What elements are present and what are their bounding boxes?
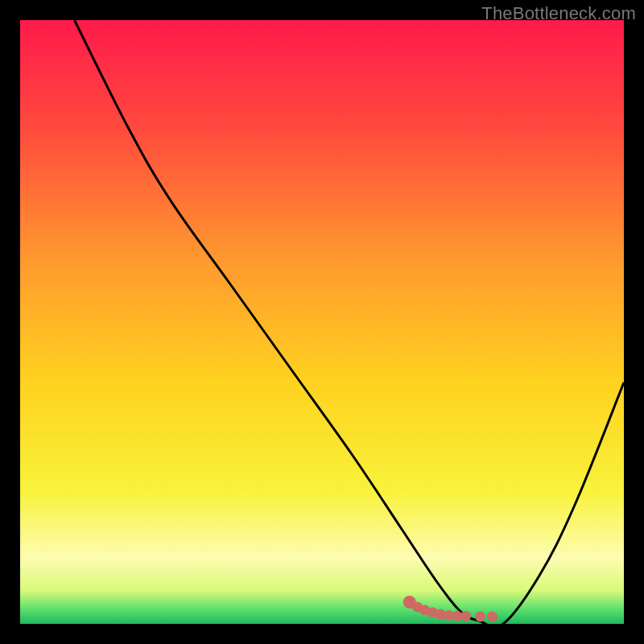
- chart-plot-area: [20, 20, 624, 624]
- gradient-background: [20, 20, 624, 624]
- chart-svg: [20, 20, 624, 624]
- marker-dot: [487, 612, 497, 622]
- marker-dot: [460, 611, 471, 621]
- watermark-text: TheBottleneck.com: [481, 3, 636, 24]
- marker-dot: [475, 612, 485, 622]
